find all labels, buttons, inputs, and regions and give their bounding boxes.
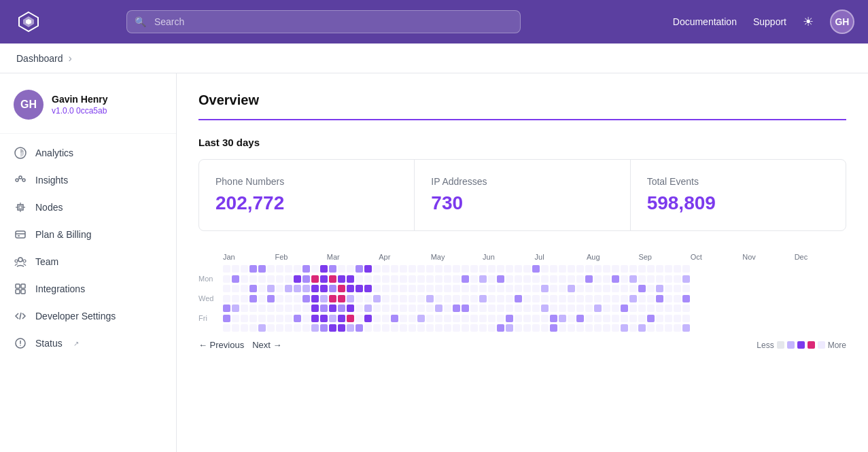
heatmap-cell [629,295,637,302]
heatmap-cell [426,295,434,302]
heatmap-cell [665,295,672,302]
heatmap-cell [603,315,610,322]
heatmap-cell [665,265,672,273]
legend-more-label: More [828,341,846,350]
heatmap-cell [594,324,602,332]
stat-events-value: 598,809 [647,192,829,214]
heatmap-cell [462,295,469,302]
heatmap-cell [603,295,610,302]
heatmap-cell [444,295,451,302]
heatmap-cell [674,305,681,312]
insights-icon [14,173,27,187]
sidebar-item-integrations[interactable]: Integrations [0,275,176,302]
heatmap-cell [267,305,275,312]
sidebar-item-team[interactable]: Team [0,248,176,275]
heatmap-cell [497,295,504,302]
heatmap-cell [682,295,690,302]
heatmap-cell [400,315,407,322]
heatmap-cell [568,265,575,273]
heatmap-cell [302,315,310,322]
heatmap-cell [382,324,389,332]
sidebar-analytics-label: Analytics [35,147,73,158]
heatmap-cell [338,275,345,283]
heatmap-cell [267,265,275,273]
legend-cell-4 [818,341,825,349]
heatmap-cell [241,295,248,302]
heatmap-cell [391,285,398,292]
heatmap-cell [682,285,690,292]
stat-phone-numbers: Phone Numbers 202,772 [199,160,415,230]
heatmap-cell [338,305,345,312]
heatmap-cell [285,275,292,283]
heatmap-cell [223,285,230,292]
heatmap-cell [594,275,602,283]
heatmap-cell [267,315,275,322]
heatmap-cell [682,305,690,312]
sidebar-item-nodes[interactable]: Nodes [0,194,176,221]
main-content: Overview Last 30 days Phone Numbers 202,… [177,73,868,452]
heatmap-cell [426,324,434,332]
heatmap-cell [621,324,628,332]
heatmap-cell [373,315,381,322]
heatmap-cell [302,305,310,312]
user-avatar-header[interactable]: GH [830,10,854,34]
heatmap-cell [497,305,504,312]
heatmap-cell [347,324,354,332]
heatmap-cell [532,295,540,302]
heatmap-cell [426,315,434,322]
heatmap-cell [364,285,372,292]
heatmap-next-link[interactable]: Next → [252,340,281,350]
heatmap-cell [426,305,434,312]
heatmap-cell [249,285,257,292]
heatmap-cell [355,285,363,292]
svg-point-18 [18,258,22,262]
heatmap-prev-link[interactable]: ← Previous [198,340,244,350]
sidebar-user-avatar: GH [14,90,44,120]
search-input[interactable] [126,10,521,33]
support-link[interactable]: Support [753,16,786,27]
heatmap-cell [532,315,540,322]
heatmap-cell [656,295,663,302]
heatmap-cell [532,265,540,273]
sidebar-item-plan-billing[interactable]: Plan & Billing [0,221,176,248]
heatmap-cell [258,315,266,322]
svg-rect-9 [18,205,23,210]
heatmap-cell [241,285,248,292]
heatmap-cell [347,275,354,283]
heatmap-cell [665,305,672,312]
heatmap-cell [444,305,451,312]
heatmap-cell [391,324,398,332]
heatmap-cell [329,295,336,302]
heatmap-cell [232,285,239,292]
heatmap-cell [647,285,655,292]
theme-toggle-icon[interactable]: ☀ [803,14,814,29]
sidebar-item-status[interactable]: Status ↗ [0,330,176,357]
heatmap-cell [382,265,389,273]
search-bar[interactable]: 🔍 [126,10,521,33]
svg-point-28 [20,345,21,346]
heatmap-cell [364,324,372,332]
heatmap-cell [444,324,451,332]
sidebar: GH Gavin Henry v1.0.0 0cca5ab Analytics [0,73,177,452]
heatmap-cell [523,265,531,273]
developer-icon [14,309,27,323]
sidebar-item-insights[interactable]: Insights [0,167,176,194]
heatmap-cell [665,275,672,283]
documentation-link[interactable]: Documentation [673,16,737,27]
heatmap-cell [311,315,319,322]
heatmap-cell [550,324,557,332]
logo[interactable] [14,7,44,37]
heatmap-cell [329,305,336,312]
legend-cell-1 [787,341,795,349]
heatmap-cell [629,265,637,273]
heatmap-cell [515,324,522,332]
heatmap-cell [329,265,336,273]
heatmap-cell [506,285,513,292]
sidebar-item-analytics[interactable]: Analytics [0,139,176,167]
external-link-icon: ↗ [73,340,79,347]
heatmap-cell [479,305,487,312]
heatmap-cell [276,295,283,302]
heatmap-cell [682,324,690,332]
breadcrumb-dashboard[interactable]: Dashboard [16,53,63,64]
sidebar-item-developer-settings[interactable]: Developer Settings [0,302,176,330]
